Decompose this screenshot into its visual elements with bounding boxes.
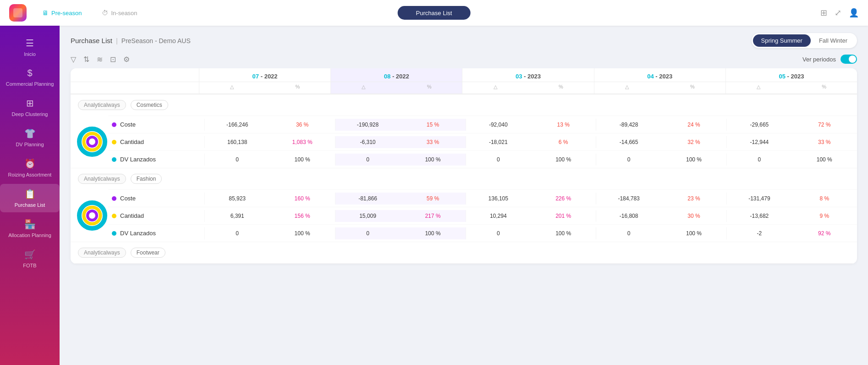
- sub-h-9: △: [725, 82, 791, 94]
- sidebar-item-allocation-planning[interactable]: 🏪 Allocation Planning: [0, 214, 60, 243]
- dv-dot-1: [112, 157, 116, 162]
- sidebar-item-inicio[interactable]: ☰ Inicio: [0, 33, 60, 61]
- f-dv-v5: -2: [726, 227, 791, 239]
- coste-dot-1: [112, 122, 116, 127]
- season-tabs: Spring Summer Fall Winter: [752, 33, 857, 48]
- ver-periodos-toggle[interactable]: [841, 55, 857, 64]
- c-cant-v4: -14,665: [596, 136, 661, 148]
- badge-analyticalways-1: Analyticalways: [78, 100, 126, 110]
- c-coste-p2: 15 %: [400, 119, 465, 131]
- f-cant-p2: 217 %: [400, 210, 465, 222]
- svg-point-5: [88, 211, 97, 220]
- period3-year: 2023: [527, 73, 541, 80]
- sidebar-label-roizing: Roizing Assortment: [8, 172, 52, 177]
- c-dv-p5: 100 %: [792, 154, 857, 166]
- f-cant-p4: 30 %: [661, 210, 726, 222]
- f-coste-p4: 23 %: [661, 193, 726, 205]
- allocation-icon: 🏪: [24, 219, 36, 230]
- sidebar-item-dv-planning[interactable]: 👕 DV Planning: [0, 123, 60, 152]
- fall-winter-label: Fall Winter: [819, 37, 847, 44]
- c-dv-v1: 0: [204, 154, 269, 166]
- grid-icon[interactable]: ⊞: [820, 8, 827, 18]
- cosmetics-dv-label: DV Lanzados: [120, 156, 156, 163]
- period1-sep: -: [261, 73, 264, 80]
- c-cant-v5: -12,944: [726, 136, 791, 148]
- f-coste-v4: -184,783: [596, 193, 661, 205]
- f-cant-v3: 10,294: [466, 210, 531, 222]
- period4-month: 04: [647, 73, 654, 80]
- period5-month: 05: [779, 73, 785, 80]
- cosmetics-donut-svg: [76, 126, 108, 158]
- fashion-cantidad-label-cell: Cantidad: [108, 210, 204, 222]
- f-cant-v1: 6,391: [204, 210, 269, 222]
- f-dv-p5: 92 %: [792, 227, 857, 239]
- period-header-5: 05 - 2023: [725, 68, 857, 82]
- period-headers: 07 - 2022 08 - 2022 03 - 2023: [71, 68, 857, 82]
- period-header-3: 03 - 2023: [462, 68, 593, 82]
- expand-icon[interactable]: ⤢: [835, 8, 841, 18]
- expand-rows-icon[interactable]: ⊡: [110, 55, 116, 64]
- c-coste-p4: 24 %: [661, 119, 726, 131]
- sidebar-item-fotb[interactable]: 🛒 FOTB: [0, 244, 60, 273]
- c-coste-v2: -190,928: [335, 119, 400, 131]
- toolbar: ▽ ⇅ ≋ ⊡ ⚙ Ver periodos: [60, 53, 868, 68]
- f-dv-p4: 100 %: [661, 227, 726, 239]
- sub-h-10: %: [791, 82, 857, 94]
- f-coste-p1: 160 %: [269, 193, 335, 205]
- settings-icon[interactable]: ⚙: [123, 55, 130, 64]
- main-content: Purchase List | PreSeason - Demo AUS Spr…: [60, 26, 868, 365]
- nav-tab-inseason[interactable]: ⏱ In-season: [97, 6, 142, 19]
- section-cosmetics: Analyticalways Cosmetics: [71, 94, 857, 168]
- sidebar-item-purchase-list[interactable]: 📋 Purchase List: [0, 184, 60, 212]
- season-tab-fall-winter[interactable]: Fall Winter: [811, 34, 856, 47]
- ver-periodos-label: Ver periodos: [802, 56, 836, 63]
- fashion-coste-row: Coste 85,923 160 % -81,866 59 % 136,105 …: [108, 189, 857, 207]
- cosmetics-donut: [71, 116, 108, 168]
- f-coste-p5: 8 %: [792, 193, 857, 205]
- layout: ☰ Inicio $ Commercial Planning ⊞ Deep Cl…: [0, 26, 868, 365]
- f-coste-p2: 59 %: [400, 193, 465, 205]
- cosmetics-body: Coste -166,246 36 % -190,928 15 % -92,04…: [71, 116, 857, 168]
- sub-h-5: △: [462, 82, 528, 94]
- sidebar-item-roizing[interactable]: ⏰ Roizing Assortment: [0, 154, 60, 182]
- f-cant-v5: -13,682: [726, 210, 791, 222]
- sidebar-label-purchase: Purchase List: [15, 202, 45, 208]
- f-coste-p3: 226 %: [531, 193, 596, 205]
- period-header-2: 08 - 2022: [330, 68, 462, 82]
- formula-icon[interactable]: ≋: [97, 55, 103, 64]
- c-cant-v1: 160,138: [204, 136, 269, 148]
- cosmetics-dv-label-cell: DV Lanzados: [108, 153, 204, 166]
- period2-year: 2022: [396, 73, 409, 80]
- user-icon[interactable]: 👤: [849, 8, 859, 18]
- cosmetics-cantidad-label: Cantidad: [120, 138, 144, 145]
- section-footwear: Analyticalways Footwear: [71, 242, 857, 264]
- cosmetics-cantidad-label-cell: Cantidad: [108, 136, 204, 148]
- sidebar-item-commercial-planning[interactable]: $ Commercial Planning: [0, 63, 60, 91]
- logo: [9, 4, 27, 22]
- cosmetics-dv-row: DV Lanzados 0 100 % 0 100 % 0 100 % 0 10…: [108, 150, 857, 168]
- purchase-list-icon: 📋: [24, 188, 36, 199]
- sub-h-6: %: [528, 82, 594, 94]
- preseason-label: Pre-season: [51, 10, 82, 17]
- header-bar: Purchase List | PreSeason - Demo AUS Spr…: [60, 26, 868, 53]
- season-tab-spring-summer[interactable]: Spring Summer: [753, 34, 811, 47]
- f-coste-v5: -131,479: [726, 193, 791, 205]
- deep-clustering-icon: ⊞: [26, 98, 34, 109]
- c-cant-p5: 33 %: [792, 136, 857, 148]
- c-dv-p1: 100 %: [269, 154, 335, 166]
- badge-analyticalways-3: Analyticalways: [78, 248, 126, 258]
- preseason-icon: 🖥: [42, 9, 49, 17]
- c-cant-p1: 1,083 %: [269, 136, 335, 148]
- c-dv-v2: 0: [335, 154, 400, 166]
- fashion-cantidad-row: Cantidad 6,391 156 % 15,009 217 % 10,294…: [108, 207, 857, 224]
- cantidad-dot-1: [112, 140, 116, 144]
- c-coste-v1: -166,246: [204, 119, 269, 131]
- nav-tab-preseason[interactable]: 🖥 Pre-season: [38, 6, 86, 19]
- toolbar-icons: ▽ ⇅ ≋ ⊡ ⚙: [71, 55, 130, 64]
- sidebar-item-deep-clustering[interactable]: ⊞ Deep Clustering: [0, 93, 60, 122]
- f-cant-p1: 156 %: [269, 210, 335, 222]
- sidebar-label-commercial: Commercial Planning: [6, 81, 54, 87]
- sort-icon[interactable]: ⇅: [83, 55, 89, 64]
- filter-icon[interactable]: ▽: [71, 55, 76, 64]
- period1-month: 07: [253, 73, 259, 80]
